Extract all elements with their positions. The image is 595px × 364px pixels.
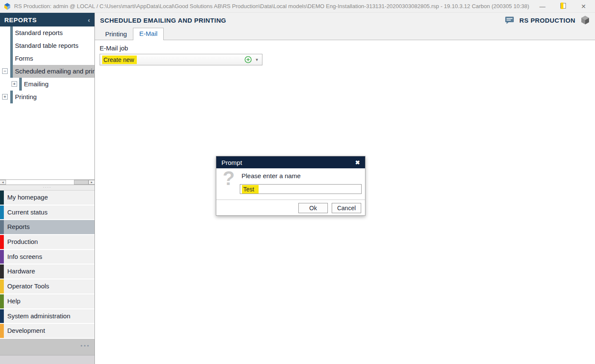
- minimize-button[interactable]: —: [539, 3, 546, 10]
- brand-cube-icon: [580, 15, 590, 25]
- close-button[interactable]: ✕: [580, 3, 587, 10]
- nav-color-bar: [0, 309, 4, 323]
- email-job-combobox[interactable]: Create new ▼: [100, 54, 262, 65]
- window-controls: — ✕: [530, 3, 595, 10]
- nav-color-bar: [0, 279, 4, 294]
- sidebar: REPORTS ‹ Standard reports Standard tabl…: [0, 13, 95, 364]
- nav-item-hardware[interactable]: Hardware: [0, 264, 94, 279]
- maximize-icon: [560, 3, 566, 9]
- nav-item-label: Current status: [4, 205, 94, 220]
- nav-overflow-button[interactable]: •••: [80, 343, 90, 349]
- reports-tree: Standard reports Standard table reports …: [0, 26, 94, 179]
- nav-item-operator-tools[interactable]: Operator Tools: [0, 279, 94, 294]
- question-mark-icon: ?: [223, 167, 235, 190]
- scroll-right-icon[interactable]: ▸: [88, 180, 94, 185]
- tree-item-label: Standard table reports: [13, 39, 94, 52]
- nav-color-bar: [0, 191, 4, 205]
- email-job-label: E-Mail job: [100, 44, 128, 52]
- collapse-sidebar-icon[interactable]: ‹: [88, 16, 91, 23]
- nav-color-bar: [0, 264, 4, 279]
- tree-item-label: Emailing: [22, 78, 94, 91]
- brand-text: RS PRODUCTION: [519, 17, 575, 24]
- nav-item-current-status[interactable]: Current status: [0, 205, 94, 220]
- window-title: RS Production: admin @ LOCAL / C:\Users\…: [14, 3, 530, 9]
- tree-item-label: Forms: [13, 52, 94, 65]
- dialog-message: Please enter a name: [242, 172, 300, 179]
- sidebar-title: REPORTS: [4, 16, 37, 23]
- name-input[interactable]: Test: [240, 184, 362, 194]
- feedback-bubble-icon[interactable]: [505, 16, 514, 24]
- nav-item-label: Help: [4, 294, 94, 308]
- tree-item-standard-table-reports[interactable]: Standard table reports: [0, 39, 94, 52]
- page-title: SCHEDULED EMAILING AND PRINTING: [100, 17, 226, 24]
- nav-item-help[interactable]: Help: [0, 294, 94, 309]
- tree-item-forms[interactable]: Forms: [0, 52, 94, 65]
- nav-item-label: Production: [4, 235, 94, 249]
- nav-item-label: Operator Tools: [4, 279, 94, 294]
- expand-node-icon[interactable]: +: [12, 81, 17, 87]
- tree-item-label: Printing: [13, 91, 94, 103]
- tree-horizontal-scrollbar[interactable]: ◂ ▸: [0, 179, 94, 185]
- combobox-icons: ▼: [244, 56, 262, 63]
- prompt-dialog: Prompt ✖ ? Please enter a name Test Ok C…: [216, 156, 365, 216]
- nav-item-label: Info screens: [4, 250, 94, 264]
- collapse-node-icon[interactable]: −: [2, 68, 8, 74]
- scrollbar-thumb[interactable]: [74, 180, 88, 185]
- nav-item-development[interactable]: Development: [0, 324, 94, 339]
- scroll-left-icon[interactable]: ◂: [0, 180, 6, 185]
- tree-item-scheduled-emailing-and-printing[interactable]: − Scheduled emailing and printing: [0, 65, 94, 78]
- nav-color-bar: [0, 324, 4, 338]
- brand-flag-logo: [4, 357, 24, 364]
- dialog-title: Prompt: [221, 159, 242, 166]
- tab-printing[interactable]: Printing: [99, 29, 133, 40]
- tree-item-label-selected: Scheduled emailing and printing: [13, 65, 94, 78]
- ok-button[interactable]: Ok: [298, 203, 328, 213]
- dialog-titlebar[interactable]: Prompt ✖: [216, 156, 365, 168]
- dialog-body: ? Please enter a name Test: [216, 168, 365, 200]
- dialog-close-icon[interactable]: ✖: [355, 159, 360, 166]
- nav-color-bar: [0, 220, 4, 234]
- tree-item-printing[interactable]: + Printing: [0, 91, 94, 103]
- nav-item-label: System administration: [4, 309, 94, 323]
- nav-item-label: Reports: [4, 220, 94, 234]
- expand-node-icon[interactable]: +: [2, 94, 8, 100]
- nav-item-reports[interactable]: Reports: [0, 220, 94, 235]
- nav-overflow-area: •••: [0, 339, 94, 355]
- tab-email[interactable]: E-Mail: [133, 28, 164, 40]
- sidebar-splitter[interactable]: ····: [0, 185, 94, 191]
- nav-item-system-administration[interactable]: System administration: [0, 309, 94, 324]
- tree-item-standard-reports[interactable]: Standard reports: [0, 26, 94, 39]
- nav-color-bar: [0, 294, 4, 308]
- nav-item-label: Development: [4, 324, 94, 338]
- name-input-value: Test: [242, 185, 259, 194]
- add-icon[interactable]: [244, 56, 252, 63]
- tree-item-label: Standard reports: [13, 26, 94, 39]
- combobox-value: Create new: [102, 56, 137, 64]
- dialog-footer: Ok Cancel: [216, 200, 365, 216]
- nav-color-bar: [0, 205, 4, 220]
- nav-color-bar: [0, 235, 4, 249]
- window-titlebar: RS Production: admin @ LOCAL / C:\Users\…: [0, 0, 595, 13]
- app-logo-icon: [4, 3, 11, 10]
- chevron-down-icon[interactable]: ▼: [252, 58, 262, 62]
- header-right: RS PRODUCTION: [505, 15, 590, 25]
- tab-strip: Printing E-Mail: [95, 27, 595, 40]
- page-header: SCHEDULED EMAILING AND PRINTING RS PRODU…: [95, 13, 595, 27]
- cancel-button[interactable]: Cancel: [332, 203, 361, 213]
- sidebar-bottom-strip: [0, 355, 94, 364]
- nav-item-label: Hardware: [4, 264, 94, 279]
- nav-color-bar: [0, 250, 4, 264]
- nav-item-my-homepage[interactable]: My homepage: [0, 191, 94, 205]
- module-nav: My homepage Current status Reports Produ…: [0, 191, 94, 339]
- tree-item-emailing[interactable]: + Emailing: [0, 78, 94, 91]
- nav-item-info-screens[interactable]: Info screens: [0, 250, 94, 265]
- maximize-button[interactable]: [559, 3, 567, 10]
- nav-item-production[interactable]: Production: [0, 235, 94, 250]
- sidebar-header: REPORTS ‹: [0, 13, 94, 26]
- nav-item-label: My homepage: [4, 191, 94, 205]
